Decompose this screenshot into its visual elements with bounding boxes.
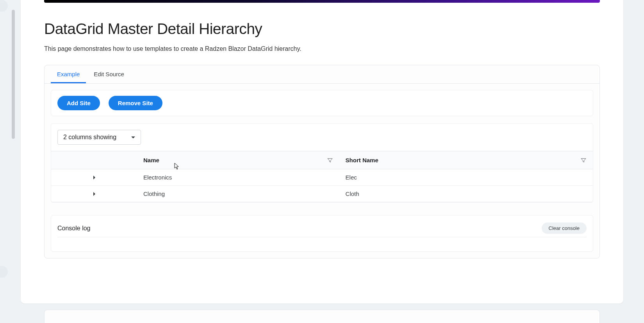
accent-strip <box>44 0 600 3</box>
cell-name: Clothing <box>137 186 339 202</box>
button-row: Add Site Remove Site <box>51 90 593 116</box>
filter-icon[interactable] <box>580 157 587 163</box>
caret-down-icon <box>131 136 135 138</box>
expand-row-icon[interactable] <box>93 176 95 179</box>
columns-dropdown-label: 2 columns showing <box>63 134 116 141</box>
console-title: Console log <box>57 225 91 232</box>
tab-example[interactable]: Example <box>51 65 86 83</box>
page-description: This page demonstrates how to use templa… <box>44 45 600 52</box>
next-section-peek <box>44 310 600 323</box>
column-short-name[interactable]: Short Name <box>339 151 593 169</box>
tab-body: Add Site Remove Site 2 columns showing <box>45 84 599 258</box>
left-gutter <box>0 0 10 323</box>
cell-name: Electronics <box>137 169 339 186</box>
table-row[interactable]: Electronics Elec <box>51 169 593 186</box>
table-row[interactable]: Clothing Cloth <box>51 186 593 202</box>
clear-console-button[interactable]: Clear console <box>542 223 587 234</box>
decorative-bubble <box>0 266 8 278</box>
datagrid: Name Short Name <box>51 151 593 202</box>
decorative-bubble <box>0 0 8 12</box>
scrollbar-thumb[interactable] <box>12 10 15 139</box>
expand-row-icon[interactable] <box>93 192 95 196</box>
cell-short-name: Elec <box>339 169 593 186</box>
tab-edit-source[interactable]: Edit Source <box>87 65 130 83</box>
column-expand <box>51 151 137 169</box>
column-short-name-label: Short Name <box>346 157 378 163</box>
columns-dropdown[interactable]: 2 columns showing <box>57 130 141 145</box>
cell-short-name: Cloth <box>339 186 593 202</box>
filter-icon[interactable] <box>327 157 333 163</box>
demo-panel: Example Edit Source Add Site Remove Site… <box>44 65 600 258</box>
page-title: DataGrid Master Detail Hierarchy <box>44 20 600 38</box>
console-panel: Console log Clear console <box>51 215 593 252</box>
tabs: Example Edit Source <box>45 65 599 84</box>
column-name-label: Name <box>143 157 159 163</box>
column-name[interactable]: Name <box>137 151 339 169</box>
datagrid-panel: 2 columns showing Name <box>51 123 593 203</box>
remove-site-button[interactable]: Remove Site <box>109 96 162 110</box>
main-card: DataGrid Master Detail Hierarchy This pa… <box>21 0 623 303</box>
add-site-button[interactable]: Add Site <box>57 96 100 110</box>
